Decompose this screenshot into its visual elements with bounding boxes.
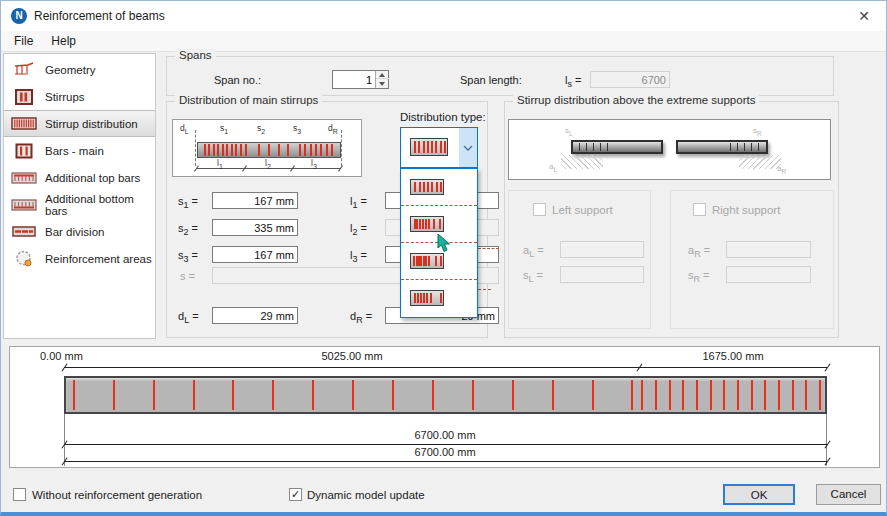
stirrup-pattern-icon [410, 179, 444, 195]
reinforcement-areas-icon [11, 251, 37, 267]
dim-zone2-label: 1675.00 mm [683, 350, 783, 362]
sidebar-item-bar-division[interactable]: Bar division [4, 218, 155, 245]
al-field [560, 241, 644, 258]
sidebar-item-reinforcement-areas[interactable]: Reinforcement areas [4, 245, 155, 272]
sidebar-item-label: Reinforcement areas [45, 253, 152, 265]
beam-drawing [64, 376, 827, 414]
span-length-field [590, 71, 670, 88]
chevron-down-icon [463, 145, 473, 151]
ok-button[interactable]: OK [723, 484, 795, 505]
sr-field [726, 266, 811, 283]
distribution-type-combobox[interactable] [400, 127, 478, 168]
sidebar: GeometryStirrupsStirrup distributionBars… [3, 53, 156, 339]
l1-label: l1 = [350, 195, 367, 210]
dim-total2-label: 6700.00 mm [395, 446, 495, 458]
spans-legend: Spans [175, 49, 216, 61]
geometry-icon [11, 62, 37, 78]
span-no-input[interactable] [333, 71, 375, 88]
mid-dimension-line [64, 444, 827, 445]
stirrup-pattern-icon [410, 290, 444, 306]
s2-field[interactable] [212, 219, 298, 236]
l2-label: l2 = [350, 222, 367, 237]
right-support-checkbox [693, 203, 706, 216]
diagram-label-s1: s1 [220, 123, 228, 135]
reinforcement-of-beams-dialog: N Reinforcement of beams ✕ FileHelp Geom… [0, 0, 887, 516]
distribution-option-uniform[interactable] [401, 169, 477, 206]
sl-field [560, 266, 644, 283]
sidebar-item-additional-top-bars[interactable]: Additional top bars [4, 164, 155, 191]
spans-group: Spans Span no.: Span length: ls = [166, 56, 834, 96]
menu-bar: FileHelp [1, 31, 886, 52]
cancel-button[interactable]: Cancel [816, 484, 881, 505]
distribution-type-label: Distribution type: [400, 111, 486, 123]
mouse-cursor [437, 233, 451, 256]
dl-field[interactable] [212, 307, 298, 324]
sidebar-item-bars-main[interactable]: Bars - main [4, 137, 155, 164]
diagram-label-sr: sR [753, 126, 762, 137]
diagram-label-s2: s2 [257, 123, 265, 135]
bottom-dimension-line [64, 461, 827, 462]
sr-label: sR = [688, 269, 710, 284]
title-bar[interactable]: N Reinforcement of beams ✕ [1, 1, 886, 31]
diagram-label-ar: aR [777, 164, 786, 175]
app-logo-icon: N [11, 8, 27, 24]
diagram-label-s3: s3 [293, 123, 301, 135]
diagram-label-dr: dR [328, 123, 338, 135]
supports-group: Stirrup distribution above the extreme s… [504, 101, 839, 338]
sidebar-item-label: Bar division [45, 226, 104, 238]
sidebar-item-additional-bottom-bars[interactable]: Additional bottom bars [4, 191, 155, 218]
beam-preview-panel: 0.00 mm 5025.00 mm 1675.00 mm 6700.00 mm… [9, 346, 880, 468]
sidebar-item-label: Stirrups [45, 91, 85, 103]
sidebar-item-stirrups[interactable]: Stirrups [4, 83, 155, 110]
bar-division-icon [11, 224, 37, 240]
dim-offset-label: 0.00 mm [40, 350, 83, 362]
menu-item-file[interactable]: File [5, 32, 42, 50]
al-label: aL = [523, 244, 544, 259]
stirrup-diagram: dL s1 s2 s3 dR l1 l2 l3 [172, 119, 362, 177]
window-title: Reinforcement of beams [34, 9, 165, 23]
stirrups-icon [11, 89, 37, 105]
additional-bottom-bars-icon [11, 197, 37, 213]
dynamic-update-checkbox[interactable]: ✓ [289, 488, 302, 501]
sidebar-item-geometry[interactable]: Geometry [4, 56, 155, 83]
dynamic-update-label: Dynamic model update [307, 489, 425, 501]
diagram-label-al: aL [549, 162, 557, 173]
s1-field[interactable] [212, 192, 298, 209]
span-no-stepper[interactable] [332, 70, 389, 89]
stirrup-distribution-icon [11, 116, 37, 132]
sidebar-item-label: Stirrup distribution [45, 118, 138, 130]
dr-label: dR = [350, 310, 372, 325]
combobox-arrow-button[interactable] [459, 128, 477, 167]
ar-field [726, 241, 811, 258]
span-length-symbol: ls = [565, 74, 581, 89]
span-no-label: Span no.: [214, 74, 261, 86]
right-support-label: Right support [712, 204, 780, 216]
stirrup-pattern-icon [410, 216, 444, 232]
bars-main-icon [11, 143, 37, 159]
without-generation-checkbox[interactable] [13, 488, 26, 501]
additional-top-bars-icon [11, 170, 37, 186]
menu-item-help[interactable]: Help [42, 32, 85, 50]
without-generation-label: Without reinforcement generation [32, 489, 202, 501]
main-stirrups-legend: Distribution of main stirrups [175, 94, 322, 106]
left-support-label: Left support [552, 204, 613, 216]
sidebar-item-label: Bars - main [45, 145, 104, 157]
s3-label: s3 = [178, 249, 198, 264]
supports-legend: Stirrup distribution above the extreme s… [513, 94, 759, 106]
right-beam [676, 140, 768, 154]
sidebar-item-label: Geometry [45, 64, 96, 76]
sidebar-item-stirrup-distribution[interactable]: Stirrup distribution [4, 110, 155, 137]
span-length-label: Span length: [460, 74, 522, 86]
distribution-option-dense-left-end-bar[interactable] [401, 280, 477, 317]
diagram-label-l2: l2 [265, 158, 271, 170]
close-icon[interactable]: ✕ [850, 5, 878, 27]
sidebar-item-label: Additional top bars [45, 172, 140, 184]
s3-field[interactable] [212, 246, 298, 263]
spinner-down-icon[interactable] [376, 80, 389, 88]
dl-label: dL = [178, 310, 199, 325]
supports-diagram: sL sR aL aR [508, 119, 831, 180]
diagram-label-l3: l3 [311, 158, 317, 170]
s-label: s = [180, 270, 195, 282]
s2-label: s2 = [178, 222, 198, 237]
spinner-up-icon[interactable] [376, 71, 389, 79]
